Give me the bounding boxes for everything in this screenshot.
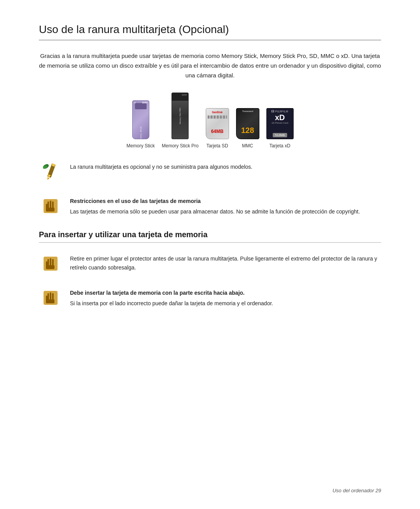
svg-rect-13 bbox=[47, 259, 49, 266]
note1-section: La ranura multitarjeta es opcional y no … bbox=[39, 160, 381, 184]
svg-marker-3 bbox=[47, 177, 50, 180]
note1-text: La ranura multitarjeta es opcional y no … bbox=[70, 160, 381, 171]
svg-rect-21 bbox=[52, 293, 54, 300]
msp-card-text: Memory Stick PRO bbox=[179, 108, 181, 124]
svg-rect-17 bbox=[46, 265, 54, 269]
hand-icon-3 bbox=[40, 288, 61, 308]
sd-card-label: Tarjeta SD bbox=[206, 143, 228, 149]
svg-rect-9 bbox=[52, 201, 54, 208]
svg-rect-7 bbox=[47, 201, 49, 208]
note2-body: Las tarjetas de memoria sólo se pueden u… bbox=[70, 208, 360, 215]
memory-stick-pro-card: Memory Stick PRO SONY bbox=[172, 93, 189, 139]
note2-text: Restricciones en el uso de las tarjetas … bbox=[70, 194, 381, 216]
page-title: Uso de la ranura multitarjeta (Opcional) bbox=[39, 23, 381, 40]
svg-rect-23 bbox=[46, 299, 54, 303]
memory-stick-card-text: Memory Stick bbox=[140, 126, 142, 139]
hand-icon-container-2 bbox=[39, 252, 62, 275]
svg-rect-14 bbox=[50, 258, 51, 266]
note4-body: Si la inserta por el lado incorrecto pue… bbox=[70, 300, 273, 306]
section2-heading: Para insertar y utilizar una tarjeta de … bbox=[39, 230, 381, 243]
page-footer: Uso del ordenador 29 bbox=[332, 488, 381, 493]
cards-row: Memory Stick SONY 64 Memory Stick Memory… bbox=[39, 93, 381, 149]
pencil-icon bbox=[40, 162, 61, 182]
memory-stick-card: Memory Stick SONY 64 bbox=[132, 100, 149, 139]
svg-rect-19 bbox=[47, 293, 49, 300]
note2-section: Restricciones en el uso de las tarjetas … bbox=[39, 194, 381, 218]
intro-paragraph: Gracias a la ranura multitarjeta puede u… bbox=[39, 51, 381, 80]
xd-subtitle: xD-Picture Card bbox=[271, 122, 288, 124]
memory-stick-pro-visual: Memory Stick PRO SONY bbox=[172, 93, 189, 139]
mmc-item: MMC bbox=[236, 108, 259, 149]
sd-card-item: Tarjeta SD bbox=[206, 108, 229, 149]
xd-visual: 🎞 FUJIFILM xD xD-Picture Card 512MB bbox=[266, 108, 294, 139]
note4-text: Debe insertar la tarjeta de memoria con … bbox=[70, 286, 381, 308]
xd-label: Tarjeta xD bbox=[270, 143, 290, 149]
note3-text: Retire en primer lugar el protector ante… bbox=[70, 252, 381, 272]
svg-rect-15 bbox=[52, 259, 54, 266]
sd-card bbox=[206, 108, 229, 139]
note4-section: Debe insertar la tarjeta de memoria con … bbox=[39, 286, 381, 310]
svg-rect-8 bbox=[50, 201, 51, 208]
pencil-icon-container bbox=[39, 160, 62, 184]
note2-title: Restricciones en el uso de las tarjetas … bbox=[70, 197, 381, 205]
xd-size: 512MB bbox=[273, 133, 287, 137]
xd-item: 🎞 FUJIFILM xD xD-Picture Card 512MB Tarj… bbox=[266, 108, 294, 149]
note3-section: Retire en primer lugar el protector ante… bbox=[39, 252, 381, 275]
memory-stick-pro-label: Memory Stick Pro bbox=[162, 143, 199, 149]
page-content: Uso de la ranura multitarjeta (Opcional)… bbox=[0, 0, 420, 352]
hand-icon-1 bbox=[40, 196, 61, 216]
sd-stripe bbox=[208, 115, 227, 119]
mmc-card bbox=[236, 108, 259, 139]
xd-logo: xD bbox=[275, 114, 285, 121]
memory-stick-label: Memory Stick bbox=[126, 143, 155, 149]
cards-section: Memory Stick SONY 64 Memory Stick Memory… bbox=[39, 93, 381, 149]
hand-icon-container-3 bbox=[39, 286, 62, 310]
mmc-label: MMC bbox=[242, 143, 253, 149]
svg-rect-20 bbox=[50, 292, 51, 300]
hand-icon-2 bbox=[40, 254, 61, 274]
memory-stick-visual: Memory Stick SONY 64 bbox=[132, 100, 149, 139]
xd-brand: 🎞 FUJIFILM bbox=[271, 110, 288, 113]
xd-card: 🎞 FUJIFILM xD xD-Picture Card 512MB bbox=[266, 108, 294, 139]
memory-stick-pro-item: Memory Stick PRO SONY Memory Stick Pro bbox=[162, 93, 199, 149]
memory-stick-item: Memory Stick SONY 64 Memory Stick bbox=[126, 100, 155, 149]
svg-rect-11 bbox=[46, 208, 54, 212]
hand-icon-container-1 bbox=[39, 194, 62, 218]
sd-card-visual bbox=[206, 108, 229, 139]
note4-title: Debe insertar la tarjeta de memoria con … bbox=[70, 289, 381, 297]
mmc-visual bbox=[236, 108, 259, 139]
